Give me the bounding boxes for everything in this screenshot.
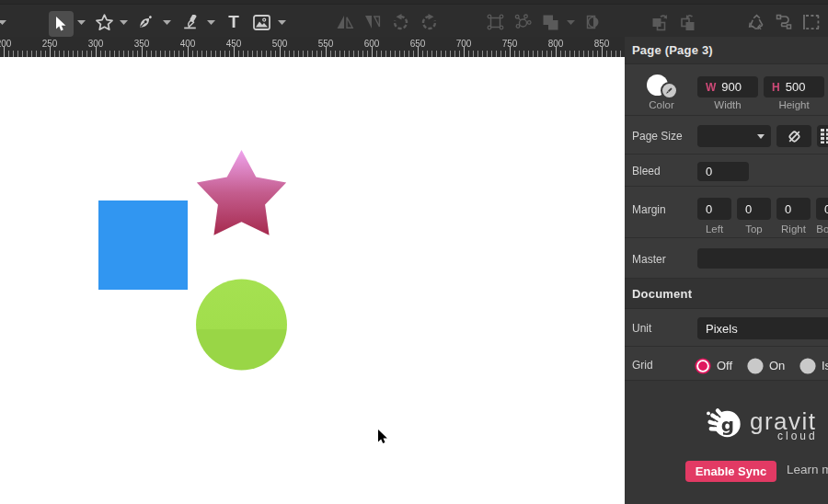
ruler-tick (588, 51, 589, 57)
ruler-tick (431, 51, 432, 57)
grid-on-label[interactable]: On (769, 359, 785, 372)
ruler-tick (574, 51, 575, 57)
image-tool-button[interactable] (253, 4, 270, 40)
marquee-button[interactable] (802, 4, 821, 40)
ruler-tick (441, 51, 442, 57)
ruler-tick (266, 51, 267, 57)
rotate-right-button[interactable] (420, 4, 438, 40)
image-icon (253, 15, 270, 30)
ruler-tick (404, 51, 405, 57)
learn-more-link[interactable]: Learn more (787, 463, 828, 476)
enable-sync-button[interactable]: Enable Sync (685, 461, 776, 482)
order-button[interactable] (542, 4, 559, 40)
ruler-tick (358, 51, 359, 57)
ruler-tick (459, 51, 460, 57)
ruler-unit-label: 700 (445, 39, 482, 49)
text-tool-button[interactable]: T (226, 4, 241, 40)
master-field[interactable] (697, 248, 828, 269)
order-dropdown[interactable] (567, 4, 575, 40)
ruler-tick (77, 51, 78, 57)
master-label: Master (632, 253, 666, 266)
shape-tool-dropdown[interactable] (120, 4, 128, 40)
pointer-tool-dropdown[interactable] (77, 4, 86, 40)
ruler-tick (8, 51, 9, 57)
margin-right-field[interactable]: 0 (776, 198, 811, 220)
ruler-tick (408, 51, 409, 57)
ruler-tick (220, 51, 221, 57)
orientation-button[interactable] (776, 125, 811, 147)
inspector-panel: Page (Page 3) Color W 900 Width H 500 He… (625, 37, 828, 504)
flip-horizontal-button[interactable] (337, 4, 354, 40)
mask-button[interactable] (585, 4, 602, 40)
pointer-tool-button[interactable] (49, 11, 74, 37)
margin-left-field[interactable]: 0 (697, 198, 731, 220)
ruler-unit-label: 350 (123, 39, 160, 49)
rotate-left-button[interactable] (392, 4, 409, 40)
margin-top-field[interactable]: 0 (737, 198, 771, 220)
flip-vertical-button[interactable] (364, 4, 381, 40)
page-width-field[interactable]: W 900 (697, 76, 758, 97)
unit-value: Pixels (706, 322, 738, 336)
ruler-tick (436, 51, 437, 57)
send-backward-button[interactable] (680, 4, 698, 40)
margin-top-label: Top (737, 223, 771, 235)
ruler-tick (487, 51, 488, 57)
ruler-tick (146, 51, 147, 57)
ruler-tick (454, 51, 455, 57)
ruler-tick (247, 51, 248, 57)
group-button[interactable] (487, 4, 504, 40)
pen-tool-button[interactable] (137, 4, 154, 40)
ruler-tick (399, 51, 400, 57)
mask-icon (585, 14, 602, 30)
ruler-tick (450, 51, 451, 57)
ruler-tick (321, 51, 322, 57)
page-presets-button[interactable] (817, 125, 828, 147)
unit-dropdown[interactable]: Pixels (697, 317, 828, 339)
page-size-dropdown[interactable] (697, 125, 771, 147)
ruler-tick (445, 51, 446, 57)
ruler-tick (583, 51, 584, 57)
ruler-unit-label: 650 (399, 39, 436, 49)
canvas-shape-rectangle[interactable] (98, 200, 188, 290)
ruler-tick (491, 51, 492, 57)
ruler-tick (114, 51, 115, 57)
freehand-tool-dropdown[interactable] (207, 4, 215, 40)
canvas-shape-star[interactable] (197, 150, 286, 235)
page-size-row: Page Size (625, 116, 828, 155)
ruler-tick (31, 51, 32, 57)
bring-forward-button[interactable] (651, 4, 670, 40)
ruler-tick (165, 51, 166, 57)
ruler-tick (40, 51, 41, 57)
pen-tool-dropdown[interactable] (163, 4, 171, 40)
image-tool-dropdown[interactable] (278, 4, 286, 40)
ungroup-button[interactable] (514, 4, 532, 40)
ruler-unit-label: 200 (0, 39, 22, 49)
ruler-tick (376, 51, 377, 57)
page-dimensions-row: Color W 900 Width H 500 Height (625, 64, 828, 116)
canvas-shape-circle[interactable] (196, 280, 287, 371)
margin-right-value: 0 (785, 202, 791, 216)
eyedropper-icon (662, 84, 676, 97)
convert-button[interactable] (748, 4, 765, 40)
shape-tool-button[interactable] (96, 4, 113, 40)
grid-off-radio[interactable] (695, 358, 711, 374)
margin-bottom-label: Bottom (816, 223, 828, 235)
ruler-tick (22, 51, 23, 57)
grid-isometric-label[interactable]: Isometric (822, 359, 828, 372)
canvas-area[interactable] (0, 57, 625, 504)
grid-on-radio[interactable] (747, 358, 764, 374)
clipped-tool-dropdown[interactable] (0, 4, 6, 40)
page-height-field[interactable]: H 500 (764, 76, 824, 97)
grid-off-label[interactable]: Off (717, 359, 732, 372)
margin-bottom-field[interactable]: 0 (816, 198, 828, 220)
bleed-field[interactable]: 0 (697, 162, 749, 181)
connect-button[interactable] (776, 4, 793, 40)
document-section-title: Document (632, 287, 692, 301)
master-row: Master (625, 238, 828, 279)
grid-isometric-radio[interactable] (799, 358, 816, 374)
freehand-tool-button[interactable] (183, 4, 199, 40)
color-label: Color (636, 99, 687, 110)
ruler-tick (551, 51, 552, 57)
ruler-tick (611, 51, 612, 57)
flip-vertical-icon (364, 14, 381, 30)
